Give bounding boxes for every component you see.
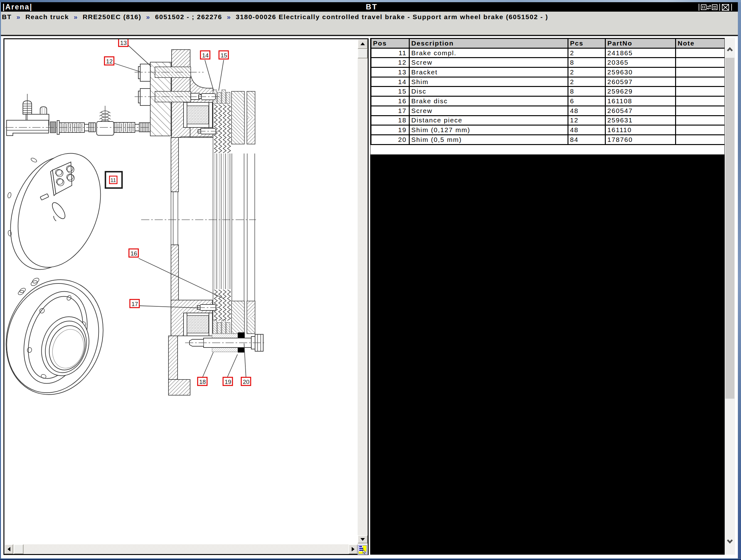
svg-text:17: 17 <box>131 301 138 307</box>
svg-text:19: 19 <box>225 379 231 385</box>
svg-text:20: 20 <box>243 379 250 385</box>
svg-text:18: 18 <box>199 379 206 385</box>
svg-text:15: 15 <box>220 52 227 59</box>
svg-text:13: 13 <box>120 40 127 46</box>
svg-text:11: 11 <box>111 177 116 183</box>
svg-text:12: 12 <box>106 58 113 65</box>
svg-text:16: 16 <box>131 250 137 257</box>
svg-text:14: 14 <box>202 52 209 59</box>
